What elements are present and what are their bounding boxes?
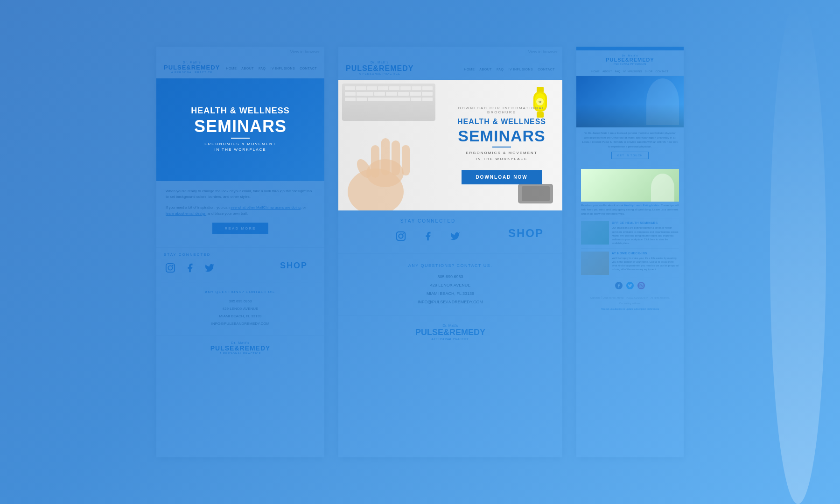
- middle-hero-banner: 12: [338, 80, 562, 210]
- right-blog-image: [581, 169, 679, 202]
- svg-rect-11: [371, 145, 379, 178]
- left-hero-content: HEALTH & WELLNESS SEMINARS ERGONOMICS & …: [182, 97, 299, 162]
- hero-divider-left: [231, 138, 250, 139]
- main-canvas: View in browser Dr. Matt's PULSE&REMEDY …: [0, 0, 840, 504]
- left-hero-banner: HEALTH & WELLNESS SEMINARS ERGONOMICS & …: [156, 78, 324, 181]
- phone-decoration: [518, 184, 553, 203]
- download-now-button[interactable]: DOWNLOAD NOW: [462, 170, 541, 184]
- svg-rect-14: [402, 145, 410, 175]
- hero-divider-middle: [492, 147, 511, 147]
- svg-rect-12: [381, 138, 390, 175]
- svg-rect-13: [392, 140, 400, 175]
- left-email-card: View in browser Dr. Matt's PULSE&REMEDY …: [156, 47, 324, 457]
- right-hero-image: [576, 76, 684, 127]
- middle-hero-content: DOWNLOAD OUR INFORMATIONAL BROCHURE HEAL…: [450, 106, 553, 184]
- svg-text:12: 12: [539, 101, 542, 104]
- hand-decoration: [338, 98, 441, 210]
